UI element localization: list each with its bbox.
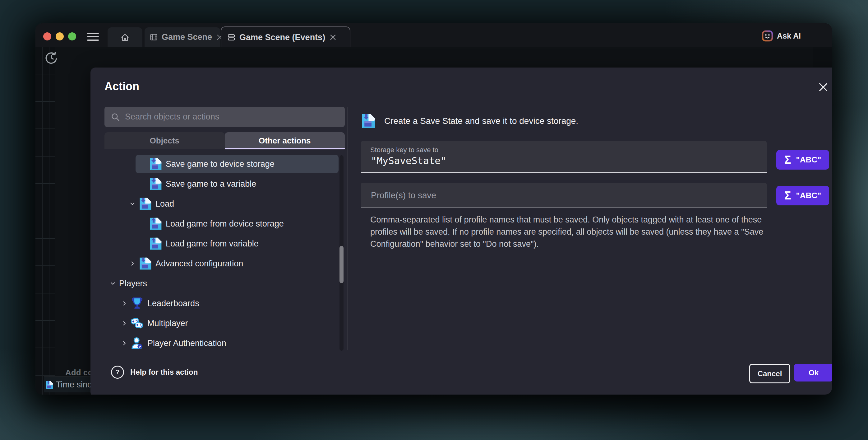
tab-home[interactable] [107,27,143,47]
tree-item-label: Save game to a variable [166,179,256,189]
home-icon [120,33,130,42]
tree-group-player-authentication[interactable]: Player Authentication [104,334,339,353]
tree-group-multiplayer[interactable]: Multiplayer [104,314,339,333]
tree-item-label: Save game to device storage [166,159,275,169]
list-scrollbar[interactable] [340,155,344,351]
ai-smiley-icon [762,30,773,42]
events-sheet-icon [227,33,236,42]
gamepads-icon [131,317,144,330]
save-icon [149,157,162,171]
chevron-down-icon [129,201,135,207]
tree-item-label: Leaderboards [147,299,199,309]
tab-other-actions-label: Other actions [259,136,311,146]
history-icon[interactable] [44,51,58,65]
save-icon [138,257,152,270]
tree-group-leaderboards[interactable]: Leaderboards [104,294,339,313]
save-icon [138,197,152,210]
question-mark-icon: ? [111,365,124,379]
tree-group-load[interactable]: Load [104,195,339,213]
sigma-icon: Σ [784,153,791,167]
tree-group-advanced-configuration[interactable]: Advanced configuration [104,254,339,273]
chevron-right-icon [121,300,127,306]
load-icon [149,237,162,250]
tab-label: Game Scene (Events) [239,33,325,42]
storage-key-field[interactable]: Storage key to save to [361,141,767,173]
ask-ai-button[interactable]: Ask AI [762,30,801,42]
tree-item-label: Advanced configuration [155,259,243,268]
abc-label: "ABC" [796,191,821,200]
save-icon [361,114,376,128]
tab-other-actions[interactable]: Other actions [225,132,345,149]
list-scrollbar-thumb[interactable] [340,246,344,283]
ok-button[interactable]: Ok [794,364,832,381]
tree-item-save-game-to-variable[interactable]: Save game to a variable [104,175,339,193]
tab-objects[interactable]: Objects [104,132,225,149]
chevron-right-icon [129,260,135,267]
film-icon [150,33,158,41]
tab-game-scene-events[interactable]: Game Scene (Events) [221,26,350,48]
expression-editor-button[interactable]: Σ "ABC" [776,186,829,205]
dialog-title: Action [104,80,139,93]
list-tabs: Objects Other actions [104,132,345,149]
tree-item-label: Load game from variable [166,239,259,248]
tree-group-players[interactable]: Players [104,274,339,293]
action-description: Create a Save State and save it to devic… [384,114,578,128]
save-icon [45,381,54,389]
abc-label: "ABC" [796,155,821,165]
chevron-right-icon [121,320,127,326]
storage-key-label: Storage key to save to [370,146,438,154]
profiles-input[interactable] [370,183,757,208]
search-box[interactable] [104,107,345,127]
cancel-button[interactable]: Cancel [749,364,790,383]
tree-item-load-game-from-device-storage[interactable]: Load game from device storage [104,214,339,233]
tree-item-save-game-to-device-storage[interactable]: Save game to device storage [135,155,339,173]
profiles-help-text: Comma-separated list of profile names th… [370,214,771,250]
ask-ai-label: Ask AI [777,31,801,40]
maximize-window-button[interactable] [68,32,76,40]
panel-divider [348,107,348,350]
events-gutter-left [35,47,55,394]
tab-label: Game Scene [162,32,212,42]
trophy-icon [131,297,144,310]
storage-key-input[interactable] [370,155,757,167]
search-icon [111,112,120,122]
tree-item-label: Player Authentication [147,339,226,348]
tree-item-label: Load game from device storage [166,219,284,229]
close-window-button[interactable] [43,32,51,40]
menu-icon[interactable] [87,33,99,41]
tree-item-label: Load [155,199,174,209]
chevron-down-icon [110,281,116,287]
search-input[interactable] [124,112,345,122]
profiles-field[interactable] [361,183,767,208]
person-icon [131,337,144,350]
tab-game-scene[interactable]: Game Scene [145,27,220,47]
chevron-right-icon [121,340,127,346]
save-icon [149,177,162,190]
tree-item-load-game-from-variable[interactable]: Load game from variable [104,234,339,253]
help-for-action-link[interactable]: ? Help for this action [111,365,198,379]
close-icon[interactable] [330,34,336,41]
sigma-icon: Σ [784,189,791,202]
active-tab-underline [225,148,345,149]
minimize-window-button[interactable] [56,32,64,40]
expression-editor-button[interactable]: Σ "ABC" [776,150,829,170]
action-dialog: Action Objects Other actions Save game t [90,67,832,394]
titlebar: Game Scene Game Scene (Events) Ask AI [35,23,832,47]
tree-item-label: Multiplayer [147,319,188,328]
screen: Game Scene Game Scene (Events) Ask AI [0,0,868,440]
tree-item-label: Players [119,279,147,289]
app-window: Game Scene Game Scene (Events) Ask AI [35,23,832,394]
actions-tree: Save game to device storage Save game to… [104,155,339,354]
load-icon [149,217,162,230]
close-dialog-icon[interactable] [818,82,829,92]
help-link-label: Help for this action [130,368,198,377]
tab-objects-label: Objects [150,136,179,146]
